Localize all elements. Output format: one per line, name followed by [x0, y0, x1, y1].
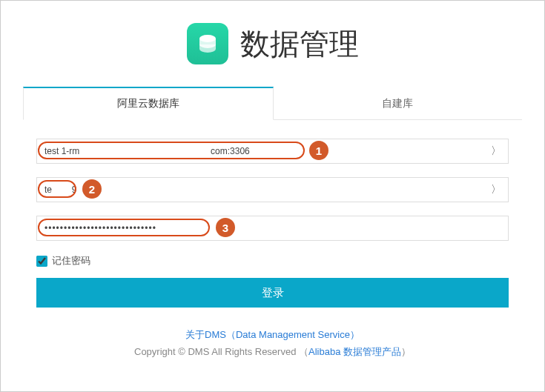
field-user: 〉 2 — [36, 177, 509, 202]
copyright-link[interactable]: Alibaba 数据管理产品 — [308, 346, 401, 357]
field-host: 〉 1 — [36, 139, 509, 164]
remember-label: 记住密码 — [52, 254, 90, 268]
user-input[interactable] — [36, 177, 509, 202]
remember-password[interactable]: 记住密码 — [36, 254, 509, 268]
tabs: 阿里云数据库 自建库 — [23, 87, 522, 120]
copyright-text-pre: Copyright © DMS All Rights Reserved （ — [134, 346, 308, 357]
page-title: 数据管理 — [240, 24, 359, 64]
field-password: 3 — [36, 216, 509, 241]
remember-checkbox[interactable] — [36, 256, 47, 267]
login-button[interactable]: 登录 — [36, 278, 509, 308]
tab-aliyun-db[interactable]: 阿里云数据库 — [23, 87, 274, 120]
password-input[interactable] — [36, 216, 509, 241]
tab-self-db[interactable]: 自建库 — [274, 87, 523, 119]
footer: 关于DMS（Data Management Service） Copyright… — [23, 326, 522, 361]
host-input[interactable] — [36, 139, 509, 164]
copyright-text-post: ） — [401, 346, 411, 357]
header: 数据管理 — [23, 23, 522, 64]
about-link[interactable]: 关于DMS（Data Management Service） — [185, 329, 360, 340]
database-icon — [187, 23, 228, 64]
